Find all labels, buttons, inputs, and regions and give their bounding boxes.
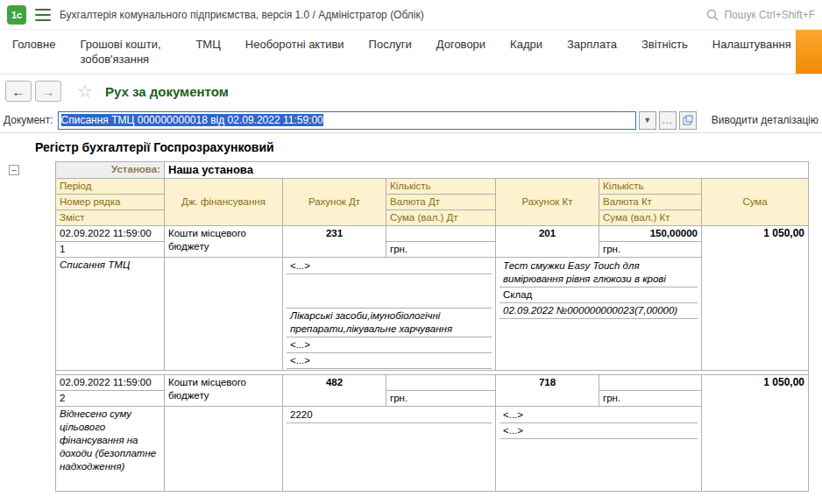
- sum-cell: 1 050,00: [702, 375, 809, 492]
- report-title: Регістр бухгалтерії Госпрозрахунковий: [35, 140, 822, 154]
- document-bar: Документ: Списання ТМЦ 000000000018 від …: [0, 108, 822, 132]
- content-cell: Віднесено суму цільового фінансування на…: [56, 407, 165, 492]
- org-value: Наша установа: [165, 162, 809, 179]
- col-header-rownum: Номер рядка: [56, 195, 165, 210]
- document-value: Списання ТМЦ 000000000018 від 02.09.2022…: [61, 114, 323, 126]
- menu-item-services[interactable]: Послуги: [358, 37, 422, 52]
- analytics-line: 2220: [287, 408, 492, 423]
- col-header-debit-account: Рахунок Дт: [283, 179, 386, 226]
- empty-cell: [165, 258, 283, 371]
- menu-item-assets[interactable]: Необоротні активи: [235, 37, 355, 52]
- credit-analytics-cell: <...> <...>: [496, 407, 702, 492]
- analytics-line: <...>: [500, 423, 698, 439]
- credit-analytics-cell: Тест смужки Easy Touch для вимірювання р…: [496, 258, 702, 371]
- document-input[interactable]: Списання ТМЦ 000000000018 від 02.09.2022…: [58, 111, 636, 130]
- record-2-row: Віднесено суму цільового фінансування на…: [56, 407, 809, 492]
- empty-cell: [165, 407, 283, 492]
- col-header-period: Період: [56, 179, 165, 195]
- document-open-button[interactable]: [679, 111, 697, 130]
- debit-analytics-cell: 2220: [283, 407, 496, 492]
- analytics-line: <...>: [287, 337, 492, 353]
- search-placeholder: Пошук Ctrl+Shift+F: [724, 9, 815, 21]
- section-menu: Головне Грошові кошти, зобов'язання ТМЦ …: [0, 30, 822, 75]
- sum-cell: 1 050,00: [702, 226, 809, 371]
- col-header-debit-currency: Валюта Дт: [386, 195, 496, 210]
- document-dropdown-button[interactable]: ▼: [639, 111, 656, 130]
- content-cell: Списання ТМЦ: [56, 258, 165, 371]
- period-cell: 02.09.2022 11:59:00: [56, 226, 165, 242]
- document-label: Документ:: [4, 114, 53, 126]
- record-2-row: 02.09.2022 11:59:00 Кошти місцевого бюдж…: [56, 375, 809, 391]
- show-detail-option[interactable]: Виводити деталізацію: [712, 114, 818, 126]
- rownum-cell: 1: [56, 242, 165, 258]
- debit-qty-cell: [386, 226, 496, 242]
- credit-qty-cell: 150,00000: [599, 226, 702, 242]
- menu-accent-strip: [796, 30, 822, 74]
- credit-qty-cell: [599, 375, 702, 391]
- global-search[interactable]: Пошук Ctrl+Shift+F: [706, 9, 815, 21]
- credit-currency-cell: грн.: [599, 242, 702, 258]
- menu-item-hr[interactable]: Кадри: [500, 37, 553, 52]
- analytics-line: <...>: [287, 353, 492, 369]
- debit-currency-cell: грн.: [386, 391, 496, 407]
- credit-account-cell: 718: [496, 375, 599, 407]
- analytics-line: <...>: [287, 259, 492, 274]
- debit-currency-cell: грн.: [386, 242, 496, 258]
- analytics-line: Лікарські засоби,імунобіологічні препара…: [287, 309, 492, 337]
- forward-button[interactable]: →: [35, 81, 61, 102]
- table-header-row: Період Дж. фінансування Рахунок Дт Кільк…: [56, 179, 809, 195]
- app-title: Бухгалтерія комунального підприємства, в…: [60, 9, 424, 21]
- page-title: Рух за документом: [105, 84, 229, 99]
- credit-account-cell: 201: [496, 226, 599, 258]
- col-header-debit-valsum: Сума (вал.) Дт: [386, 210, 496, 226]
- analytics-line: <...>: [500, 408, 698, 423]
- financing-cell: Кошти місцевого бюджету: [165, 226, 283, 258]
- top-bar: 1с Бухгалтерія комунального підприємства…: [0, 0, 822, 30]
- financing-cell: Кошти місцевого бюджету: [165, 375, 283, 407]
- rownum-cell: 2: [56, 391, 165, 407]
- menu-item-tmc[interactable]: ТМЦ: [185, 37, 230, 52]
- period-cell: 02.09.2022 11:59:00: [56, 375, 165, 391]
- register-table: Установа: Наша установа Період Дж. фінан…: [55, 161, 809, 492]
- col-header-financing: Дж. фінансування: [165, 179, 283, 226]
- debit-qty-cell: [386, 375, 496, 391]
- main-menu-icon[interactable]: [35, 9, 51, 21]
- col-header-credit-valsum: Сума (вал.) Кт: [599, 210, 702, 226]
- org-label: Установа:: [56, 162, 165, 179]
- report-area: − Регістр бухгалтерії Госпрозрахунковий …: [0, 133, 822, 492]
- menu-item-reports[interactable]: Звітність: [631, 37, 698, 52]
- col-header-credit-account: Рахунок Кт: [496, 179, 599, 226]
- record-1-row: 02.09.2022 11:59:00 Кошти місцевого бюдж…: [56, 226, 809, 242]
- app-logo-icon: 1с: [7, 5, 26, 25]
- menu-item-money[interactable]: Грошові кошти, зобов'язання: [69, 37, 181, 67]
- debit-analytics-cell: <...> Лікарські засоби,імунобіологічні п…: [283, 258, 496, 371]
- back-button[interactable]: ←: [5, 81, 32, 102]
- col-header-debit-qty: Кількість: [386, 179, 496, 195]
- analytics-line: Склад: [500, 287, 698, 303]
- col-header-credit-qty: Кількість: [599, 179, 702, 195]
- record-1-row: Списання ТМЦ <...> Лікарські засоби,імун…: [56, 258, 809, 371]
- org-row: Установа: Наша установа: [56, 162, 809, 179]
- favorite-star-icon[interactable]: ☆: [77, 82, 93, 100]
- nav-toolbar: ← → ☆ Рух за документом: [0, 75, 822, 108]
- menu-item-contracts[interactable]: Договори: [426, 37, 496, 52]
- analytics-line: 02.09.2022 №000000000023(7,00000): [500, 303, 698, 319]
- open-icon: [683, 115, 693, 125]
- col-header-content: Зміст: [56, 210, 165, 226]
- menu-item-salary[interactable]: Зарплата: [556, 37, 627, 52]
- credit-currency-cell: грн.: [599, 391, 702, 407]
- menu-item-settings[interactable]: Налаштування: [702, 37, 802, 52]
- debit-account-cell: 482: [283, 375, 386, 407]
- analytics-line: Тест смужки Easy Touch для вимірювання р…: [500, 259, 698, 287]
- col-header-credit-currency: Валюта Кт: [599, 195, 702, 210]
- document-choose-button[interactable]: ...: [659, 111, 677, 130]
- col-header-sum: Сума: [702, 179, 809, 226]
- search-icon: [706, 9, 719, 21]
- menu-item-home[interactable]: Головне: [2, 37, 66, 52]
- debit-account-cell: 231: [283, 226, 386, 258]
- collapse-group-button[interactable]: −: [9, 165, 19, 175]
